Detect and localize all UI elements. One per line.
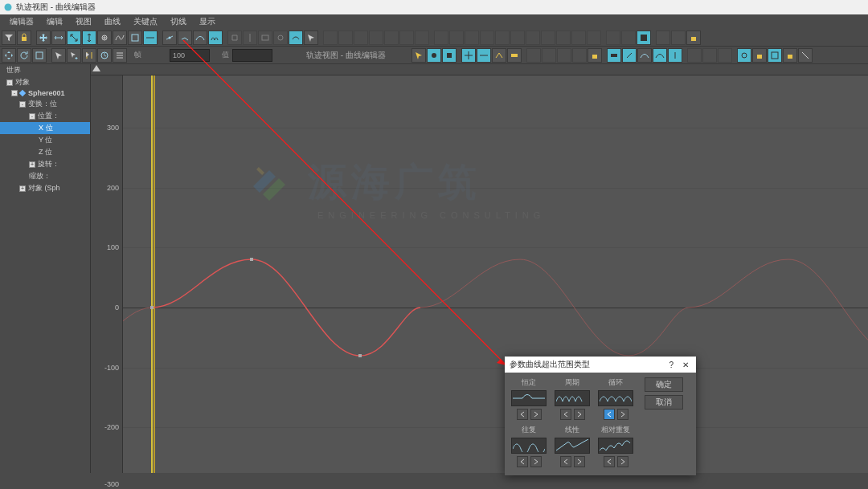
type-linear-out[interactable] — [574, 456, 585, 467]
dialog-title-bar[interactable]: 参数曲线超出范围类型 ? ✕ — [505, 357, 696, 373]
time-config-icon[interactable] — [97, 48, 112, 63]
tree-z[interactable]: Z 位 — [0, 146, 90, 158]
tb2-c2[interactable] — [542, 48, 556, 63]
menu-display[interactable]: 显示 — [193, 16, 222, 27]
value-input[interactable] — [232, 49, 272, 62]
arrow-icon[interactable] — [304, 31, 318, 45]
tree-rotation[interactable]: +旋转： — [0, 158, 90, 170]
type-loop-in[interactable] — [604, 409, 615, 420]
tb2-b1[interactable] — [461, 48, 476, 63]
tb2-a3[interactable] — [442, 48, 457, 63]
tb1-y3[interactable] — [465, 31, 479, 45]
close-icon[interactable]: ✕ — [680, 359, 691, 370]
menu-keys[interactable]: 关键点 — [127, 16, 164, 27]
tb1-y7[interactable] — [526, 31, 540, 45]
tb2-d3[interactable] — [637, 48, 652, 63]
draw-curves-icon[interactable] — [113, 31, 127, 45]
tree-y[interactable]: Y 位 — [0, 134, 90, 146]
snap-frame-icon[interactable] — [243, 31, 257, 45]
snap-icon[interactable] — [227, 31, 242, 45]
tb2-a2[interactable] — [427, 48, 441, 63]
tangent-flat-icon[interactable] — [143, 31, 158, 45]
tb2-f2-gold[interactable] — [752, 48, 767, 63]
tb1-x7[interactable] — [415, 31, 429, 45]
tree-world[interactable]: 世界 — [0, 64, 90, 76]
slide-keys-icon[interactable] — [51, 31, 66, 45]
tb2-d1[interactable] — [607, 48, 621, 63]
tb2-f4-gold[interactable] — [783, 48, 797, 63]
minus-icon[interactable]: - — [6, 79, 13, 86]
tb2-f3[interactable] — [768, 48, 782, 63]
tb1-x5[interactable] — [384, 31, 399, 45]
param-curve-out-of-range-icon[interactable] — [208, 31, 223, 45]
cancel-button[interactable]: 取消 — [645, 395, 683, 410]
ok-button[interactable]: 确定 — [645, 377, 683, 392]
tb1-y5[interactable] — [495, 31, 510, 45]
type-cycle-out[interactable] — [574, 409, 585, 420]
break-tangent-icon[interactable] — [178, 31, 192, 45]
menu-tangent[interactable]: 切线 — [164, 16, 193, 27]
tb1-x1[interactable] — [323, 31, 338, 45]
move-icon[interactable] — [2, 48, 16, 63]
menu-editor[interactable]: 编辑器 — [3, 16, 40, 27]
type-relative-in[interactable] — [604, 456, 615, 467]
add-keys-icon[interactable] — [97, 31, 112, 45]
type-pingpong-in[interactable] — [517, 456, 528, 467]
unify-tangent-icon[interactable] — [193, 31, 207, 45]
tb1-y10[interactable] — [571, 31, 586, 45]
tb1-y2[interactable] — [449, 31, 464, 45]
tree-scale[interactable]: 缩放： — [0, 170, 90, 182]
tb1-z2[interactable] — [621, 31, 636, 45]
select-add-icon[interactable] — [67, 48, 81, 63]
scale-keys-icon[interactable] — [67, 31, 81, 45]
tb2-a1[interactable] — [411, 48, 426, 63]
set-tangent-icon[interactable] — [162, 31, 177, 45]
show-buffer-icon[interactable] — [289, 31, 303, 45]
move-keys-icon[interactable] — [36, 31, 51, 45]
tb1-w1[interactable] — [656, 31, 670, 45]
type-pingpong-out[interactable] — [530, 456, 542, 467]
rotate-icon[interactable] — [17, 48, 31, 63]
lock-icon[interactable] — [17, 31, 31, 45]
select-time-icon[interactable] — [82, 48, 96, 63]
tree-position[interactable]: -位置： — [0, 110, 90, 122]
curve-area[interactable]: 300 200 100 0 -100 -200 -300 — [91, 64, 868, 473]
type-constant-in[interactable] — [517, 409, 528, 420]
ruler-top[interactable] — [91, 64, 868, 75]
filter-icon[interactable] — [2, 31, 16, 45]
tb2-c4[interactable] — [572, 48, 587, 63]
tb1-x3[interactable] — [354, 31, 368, 45]
menu-curve[interactable]: 曲线 — [98, 16, 127, 27]
region-icon[interactable] — [258, 31, 272, 45]
type-constant-out[interactable] — [530, 409, 542, 420]
tb2-e2[interactable] — [702, 48, 717, 63]
tb1-y6[interactable] — [510, 31, 525, 45]
select-arrow-icon[interactable] — [51, 48, 66, 63]
graph[interactable] — [123, 75, 868, 473]
tb2-e3[interactable] — [718, 48, 732, 63]
tree-transform[interactable]: -变换：位 — [0, 98, 90, 110]
tb2-d2[interactable] — [622, 48, 637, 63]
tb2-b2[interactable] — [477, 48, 491, 63]
minus-icon[interactable]: - — [29, 113, 35, 120]
lock-tb2-icon[interactable] — [588, 48, 602, 63]
tb1-x6[interactable] — [399, 31, 414, 45]
tree-x[interactable]: X 位 — [0, 122, 90, 134]
tb2-f1[interactable] — [737, 48, 751, 63]
menu-view[interactable]: 视图 — [69, 16, 98, 27]
tree-obj2[interactable]: +对象 (Sph — [0, 182, 90, 194]
reduce-keys-icon[interactable] — [128, 31, 142, 45]
scale-values-icon[interactable] — [82, 31, 96, 45]
list-icon[interactable] — [113, 48, 127, 63]
type-relative-out[interactable] — [617, 456, 628, 467]
plus-icon[interactable]: + — [19, 185, 26, 192]
tb2-e1[interactable] — [687, 48, 702, 63]
time-marker-icon[interactable] — [92, 65, 100, 71]
type-loop-out[interactable] — [617, 409, 628, 420]
region-key-icon[interactable] — [273, 31, 288, 45]
tb1-z1[interactable] — [606, 31, 620, 45]
plus-icon[interactable]: + — [29, 161, 35, 168]
tb1-x2[interactable] — [338, 31, 353, 45]
tb1-y1[interactable] — [434, 31, 448, 45]
tree-objects[interactable]: -对象 — [0, 76, 90, 88]
